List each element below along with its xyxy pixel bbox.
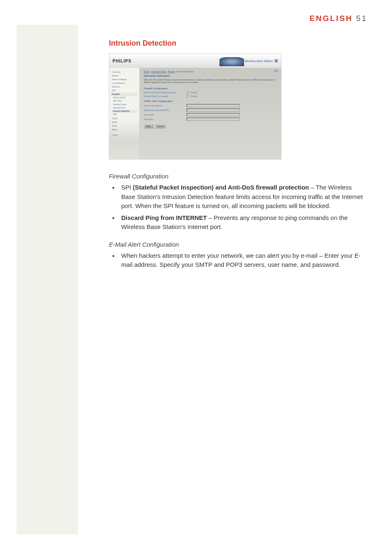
- header-page-number: 51: [356, 14, 367, 23]
- email-address-input[interactable]: [187, 104, 240, 107]
- help-link[interactable]: Help: [274, 69, 278, 72]
- ss-sidebar: Overview System Internet Settings Local …: [109, 68, 140, 160]
- sidebar-item-upnp[interactable]: UPnP: [111, 120, 138, 124]
- sidebar-sub-schedule-rule[interactable]: Schedule Rule: [111, 106, 138, 110]
- sidebar-item-ddns[interactable]: DDNS: [111, 117, 138, 120]
- main-content: Intrusion Detection PHILIPS Wireless Bas…: [109, 39, 366, 279]
- header-language: ENGLISH: [309, 14, 353, 23]
- crumb-firewall[interactable]: Firewall: [168, 70, 175, 73]
- firewall-config-list: SPI (Stateful Packet Inspection) and Ant…: [109, 183, 366, 232]
- ss-email-config-heading: E-MAIL Alert Configuration: [144, 100, 277, 102]
- ss-topbar: PHILIPS Wireless Base Station: [109, 54, 281, 68]
- ss-main-panel: Help Home · Advanced Setup · Firewall · …: [140, 68, 281, 160]
- bullet-spi: SPI (Stateful Packet Inspection) and Ant…: [110, 183, 366, 211]
- row-ping-option: Enable: [191, 95, 197, 97]
- sidebar-sub-parental-control[interactable]: Parental Control: [111, 103, 138, 106]
- row-pass-label: Password:: [144, 118, 185, 120]
- sidebar-sub-intrusion-detection[interactable]: Intrusion Detection: [111, 110, 138, 113]
- ss-firewall-config-heading: Firewall Configuration: [144, 87, 277, 90]
- row-spi: SPI and Anti-DoS firewall protection: En…: [144, 91, 277, 94]
- sidebar-item-tools[interactable]: Tools: [111, 124, 138, 128]
- email-config-list: When hackers attempt to enter your netwo…: [109, 251, 366, 270]
- spi-enable-checkbox[interactable]: [187, 91, 189, 94]
- section-title: Intrusion Detection: [109, 39, 366, 48]
- row-email-label: Your E-mail Address:: [144, 104, 185, 107]
- ss-hero-image: [219, 57, 244, 66]
- ping-enable-checkbox[interactable]: [187, 95, 189, 97]
- sidebar-sub-mac-filter[interactable]: MAC Filter: [111, 99, 138, 103]
- row-spi-option: Enable: [191, 91, 197, 94]
- bullet-ping-bold: Discard Ping from INTERNET: [121, 214, 207, 221]
- bullet-email: When hackers attempt to enter your netwo…: [110, 251, 366, 270]
- breadcrumb: Home · Advanced Setup · Firewall · Intru…: [144, 70, 277, 73]
- username-input[interactable]: [187, 113, 240, 116]
- sidebar-sub-access-control[interactable]: Access Control: [111, 96, 138, 99]
- ss-brand: PHILIPS: [113, 59, 131, 63]
- bullet-spi-lead: SPI: [121, 184, 133, 191]
- sidebar-item-status[interactable]: Status: [111, 128, 138, 132]
- crumb-advanced[interactable]: Advanced Setup: [151, 70, 166, 73]
- ss-body: Overview System Internet Settings Local …: [109, 68, 281, 160]
- apply-button[interactable]: Apply: [144, 124, 153, 128]
- row-ping: Discard Ping From Internet: Enable: [144, 95, 277, 97]
- cancel-button[interactable]: Cancel: [155, 124, 166, 128]
- password-input[interactable]: [187, 118, 240, 121]
- sidebar-item-logout[interactable]: Logout: [111, 133, 138, 137]
- sidebar-item-firewall[interactable]: Firewall: [111, 92, 138, 96]
- bullet-ping: Discard Ping from INTERNET – Prevents an…: [110, 213, 366, 232]
- intrusion-detection-screenshot: PHILIPS Wireless Base Station Overview S…: [109, 53, 281, 160]
- left-margin-block: [16, 25, 78, 534]
- crumb-home[interactable]: Home: [144, 70, 149, 73]
- sidebar-sub-dmz[interactable]: DMZ: [111, 113, 138, 116]
- row-email: Your E-mail Address:: [144, 104, 277, 107]
- bullet-spi-bold: (Stateful Packet Inspection) and Anti-Do…: [133, 184, 309, 191]
- email-config-subhead: E-Mail Alert Configuration: [109, 241, 366, 248]
- row-user-label: User name:: [144, 113, 185, 116]
- smtp-server-input[interactable]: [187, 109, 240, 112]
- ss-button-row: Apply Cancel: [144, 124, 277, 128]
- sidebar-item-internet-settings[interactable]: Internet Settings: [111, 78, 138, 81]
- sidebar-item-local-network[interactable]: Local Network: [111, 81, 138, 85]
- ss-main-title: Intrusion Detection: [144, 74, 277, 77]
- row-smtp: Mail Server Address(SMTP):: [144, 109, 277, 112]
- sidebar-item-nat[interactable]: NAT: [111, 89, 138, 92]
- sidebar-item-system[interactable]: System: [111, 74, 138, 78]
- firewall-config-subhead: Firewall Configuration: [109, 173, 366, 180]
- row-pass: Password:: [144, 118, 277, 121]
- crumb-current: Intrusion Detection: [177, 70, 194, 73]
- row-spi-label: SPI and Anti-DoS firewall protection:: [144, 91, 185, 94]
- sidebar-item-wireless[interactable]: Wireless: [111, 85, 138, 89]
- wifi-icon: [274, 59, 278, 62]
- row-smtp-label: Mail Server Address(SMTP):: [144, 109, 185, 111]
- ss-description: When the SPI (Stateful Packet Inspection…: [144, 79, 277, 84]
- page-header: ENGLISH 51: [309, 14, 367, 23]
- row-ping-label: Discard Ping From Internet:: [144, 95, 185, 97]
- row-user: User name:: [144, 113, 277, 116]
- ss-product-label: Wireless Base Station: [245, 59, 278, 62]
- sidebar-item-overview[interactable]: Overview: [111, 70, 138, 74]
